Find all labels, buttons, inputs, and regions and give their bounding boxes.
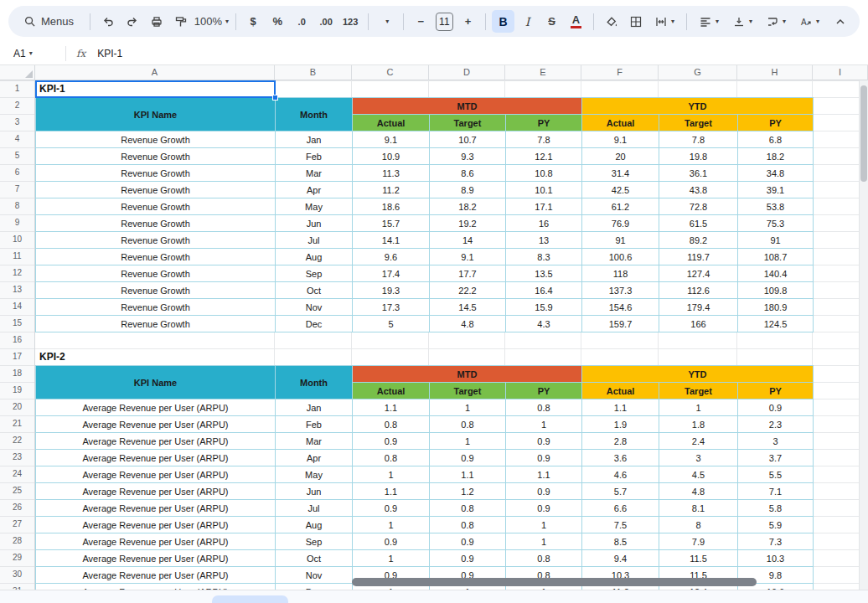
strikethrough-button[interactable]: S — [540, 10, 563, 33]
data-cell[interactable]: 75.3 — [738, 215, 814, 232]
data-cell[interactable]: Revenue Growth — [36, 282, 276, 299]
data-cell[interactable]: 127.4 — [659, 265, 738, 282]
column-header-C[interactable]: C — [352, 65, 429, 80]
data-cell[interactable]: 0.9 — [738, 399, 814, 416]
data-cell[interactable]: 1 — [506, 533, 582, 550]
data-cell[interactable]: Average Revenue per User (ARPU) — [36, 433, 276, 450]
vertical-align-button[interactable]: ▾ — [726, 10, 758, 33]
data-cell[interactable]: 5.7 — [582, 483, 659, 500]
data-cell[interactable]: 89.2 — [659, 232, 738, 249]
column-header-F[interactable]: F — [581, 65, 659, 80]
sheet-tab-kpi-definitions[interactable]: KPI Definitions — [290, 595, 383, 603]
data-cell[interactable]: 8 — [659, 517, 738, 533]
row-header-2[interactable]: 2 — [0, 97, 34, 114]
data-cell[interactable]: 7.8 — [506, 131, 582, 148]
row-header-20[interactable]: 20 — [0, 399, 34, 415]
data-cell[interactable]: 14 — [430, 232, 506, 249]
data-cell[interactable]: 5.5 — [738, 466, 814, 483]
data-cell[interactable]: 8.5 — [582, 533, 659, 550]
data-cell[interactable]: 140.4 — [738, 265, 814, 282]
text-color-button[interactable]: A — [565, 10, 587, 33]
zoom-select[interactable]: 100% ▾ — [194, 10, 230, 33]
data-cell[interactable]: 20 — [582, 148, 659, 165]
data-cell[interactable]: 34.8 — [738, 165, 814, 182]
data-cell[interactable]: Revenue Growth — [36, 131, 276, 148]
data-cell[interactable]: 159.7 — [582, 316, 659, 332]
data-cell[interactable]: Jun — [276, 215, 353, 232]
data-cell[interactable]: 36.1 — [659, 165, 738, 182]
data-cell[interactable]: 0.9 — [353, 500, 430, 517]
data-cell[interactable]: 0.8 — [506, 399, 582, 416]
header-cell[interactable]: Target — [659, 115, 738, 131]
data-cell[interactable]: 0.9 — [506, 450, 582, 466]
formula-input[interactable]: KPI-1 — [97, 48, 122, 59]
data-cell[interactable]: Apr — [276, 450, 353, 466]
header-cell[interactable]: Actual — [353, 115, 430, 131]
data-cell[interactable]: 112.6 — [659, 282, 738, 299]
data-cell[interactable]: 91 — [582, 232, 659, 249]
data-cell[interactable]: 1 — [353, 550, 430, 567]
row-header-13[interactable]: 13 — [0, 281, 34, 298]
data-cell[interactable]: Average Revenue per User (ARPU) — [36, 533, 276, 550]
row-header-18[interactable]: 18 — [0, 365, 34, 382]
add-sheet-button[interactable]: + — [12, 596, 34, 603]
data-cell[interactable]: 14.1 — [353, 232, 430, 249]
row-header-21[interactable]: 21 — [0, 415, 34, 432]
data-cell[interactable]: Oct — [276, 282, 353, 299]
data-cell[interactable]: 0.9 — [353, 533, 430, 550]
data-cell[interactable]: 91 — [738, 232, 814, 249]
data-cell[interactable]: 1.9 — [582, 416, 659, 433]
data-cell[interactable]: 0.9 — [430, 533, 506, 550]
data-cell[interactable]: 109.8 — [738, 282, 814, 299]
data-cell[interactable]: Average Revenue per User (ARPU) — [36, 483, 276, 500]
row-header-12[interactable]: 12 — [0, 265, 34, 281]
data-cell[interactable]: 7.5 — [582, 517, 659, 533]
data-cell[interactable]: 9.1 — [582, 131, 659, 148]
data-cell[interactable]: 42.5 — [582, 182, 659, 198]
data-cell[interactable]: Dec — [276, 316, 353, 332]
row-header-23[interactable]: 23 — [0, 449, 34, 466]
data-cell[interactable]: Aug — [276, 517, 353, 533]
data-cell[interactable]: 137.3 — [582, 282, 659, 299]
data-cell[interactable]: 0.8 — [430, 517, 506, 533]
merge-cells-button[interactable]: ▾ — [648, 10, 680, 33]
data-cell[interactable]: 8.1 — [659, 500, 738, 517]
data-cell[interactable]: Revenue Growth — [36, 215, 276, 232]
all-sheets-button[interactable]: ≡ — [37, 596, 59, 603]
data-cell[interactable]: Revenue Growth — [36, 249, 276, 265]
data-cell[interactable]: 7.9 — [659, 533, 738, 550]
header-cell[interactable]: KPI Name — [36, 98, 276, 131]
paint-format-button[interactable] — [169, 10, 192, 33]
data-cell[interactable]: 154.6 — [582, 299, 659, 316]
data-cell[interactable]: 16 — [506, 215, 582, 232]
data-cell[interactable]: 18.2 — [430, 198, 506, 215]
font-family-select[interactable]: ▾ — [375, 10, 397, 33]
data-cell[interactable]: 9.4 — [582, 550, 659, 567]
row-header-14[interactable]: 14 — [0, 298, 34, 315]
data-cell[interactable]: 0.9 — [430, 550, 506, 567]
data-cell[interactable]: Feb — [276, 416, 353, 433]
data-cell[interactable]: 19.8 — [659, 148, 738, 165]
header-cell[interactable]: PY — [506, 115, 582, 131]
number-format-button[interactable]: 123 — [339, 10, 362, 33]
data-cell[interactable]: May — [276, 198, 353, 215]
header-cell[interactable]: PY — [506, 383, 582, 399]
data-cell[interactable]: 7.1 — [738, 483, 814, 500]
data-cell[interactable]: 1 — [353, 517, 430, 533]
data-cell[interactable]: 166 — [659, 316, 738, 332]
header-cell[interactable]: Actual — [353, 383, 430, 399]
row-header-30[interactable]: 30 — [0, 566, 34, 583]
italic-button[interactable]: I — [516, 10, 539, 33]
row-header-15[interactable]: 15 — [0, 315, 34, 332]
data-cell[interactable]: 22.2 — [430, 282, 506, 299]
data-cell[interactable]: 1 — [430, 433, 506, 450]
data-cell[interactable]: 0.9 — [430, 450, 506, 466]
data-cell[interactable]: 5.8 — [738, 500, 814, 517]
data-cell[interactable]: 9.6 — [353, 249, 430, 265]
data-cell[interactable]: 2.4 — [659, 433, 738, 450]
data-cell[interactable]: 0.9 — [506, 433, 582, 450]
sheet-tab-screener[interactable]: Screener — [62, 595, 130, 603]
header-cell[interactable]: Target — [430, 115, 506, 131]
vertical-scrollbar-thumb[interactable] — [860, 85, 867, 182]
data-cell[interactable]: 7.8 — [659, 131, 738, 148]
